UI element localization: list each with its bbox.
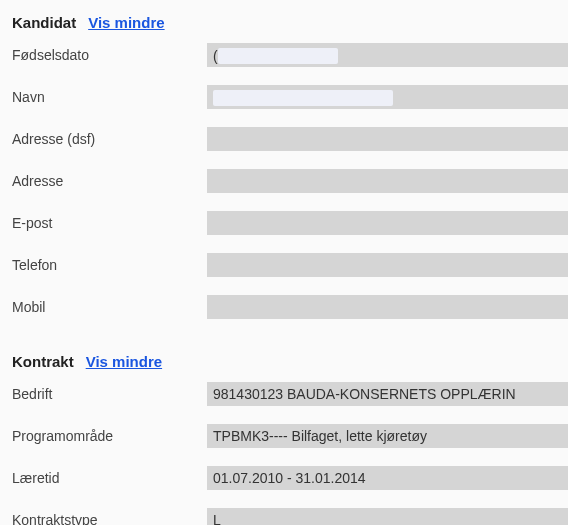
label-fodselsdato: Fødselsdato xyxy=(12,47,207,63)
row-programomrade: Programområde TPBMK3---- Bilfaget, lette… xyxy=(12,424,568,448)
row-laeretid: Læretid 01.07.2010 - 31.01.2014 xyxy=(12,466,568,490)
row-bedrift: Bedrift 981430123 BAUDA-KONSERNETS OPPLÆ… xyxy=(12,382,568,406)
row-navn: Navn xyxy=(12,85,568,109)
label-telefon: Telefon xyxy=(12,257,207,273)
redacted-fodselsdato xyxy=(218,48,338,64)
kandidat-title: Kandidat xyxy=(12,14,76,31)
row-adresse-dsf: Adresse (dsf) xyxy=(12,127,568,151)
field-mobil[interactable] xyxy=(207,295,568,319)
label-mobil: Mobil xyxy=(12,299,207,315)
field-adresse-dsf[interactable] xyxy=(207,127,568,151)
field-navn[interactable] xyxy=(207,85,568,109)
row-adresse: Adresse xyxy=(12,169,568,193)
field-programomrade[interactable]: TPBMK3---- Bilfaget, lette kjøretøy xyxy=(207,424,568,448)
field-fodselsdato[interactable]: ( xyxy=(207,43,568,67)
kontrakt-toggle-link[interactable]: Vis mindre xyxy=(86,353,162,370)
kandidat-section-header: Kandidat Vis mindre xyxy=(12,14,568,31)
row-mobil: Mobil xyxy=(12,295,568,319)
field-adresse[interactable] xyxy=(207,169,568,193)
kontrakt-section-header: Kontrakt Vis mindre xyxy=(12,353,568,370)
label-navn: Navn xyxy=(12,89,207,105)
row-epost: E-post xyxy=(12,211,568,235)
row-fodselsdato: Fødselsdato ( xyxy=(12,43,568,67)
label-kontraktstype: Kontraktstype xyxy=(12,512,207,525)
field-epost[interactable] xyxy=(207,211,568,235)
field-kontraktstype[interactable]: L xyxy=(207,508,568,525)
label-bedrift: Bedrift xyxy=(12,386,207,402)
field-bedrift[interactable]: 981430123 BAUDA-KONSERNETS OPPLÆRIN xyxy=(207,382,568,406)
field-laeretid[interactable]: 01.07.2010 - 31.01.2014 xyxy=(207,466,568,490)
label-laeretid: Læretid xyxy=(12,470,207,486)
redacted-navn xyxy=(213,90,393,106)
label-adresse-dsf: Adresse (dsf) xyxy=(12,131,207,147)
row-kontraktstype: Kontraktstype L xyxy=(12,508,568,525)
field-telefon[interactable] xyxy=(207,253,568,277)
label-epost: E-post xyxy=(12,215,207,231)
kontrakt-title: Kontrakt xyxy=(12,353,74,370)
label-adresse: Adresse xyxy=(12,173,207,189)
label-programomrade: Programområde xyxy=(12,428,207,444)
kandidat-toggle-link[interactable]: Vis mindre xyxy=(88,14,164,31)
row-telefon: Telefon xyxy=(12,253,568,277)
